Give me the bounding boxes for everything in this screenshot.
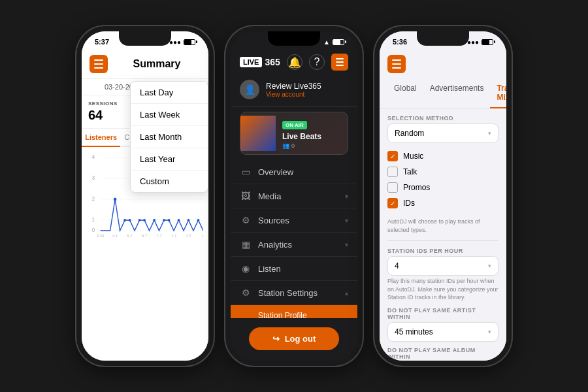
hamburger-button-1[interactable] [90, 55, 108, 73]
logout-label: Log out [285, 334, 316, 344]
station-ids-value: 4 [395, 261, 399, 270]
phone1-header: Summary Last Day Last Week Last Month La… [82, 50, 208, 79]
svg-point-16 [163, 219, 165, 221]
nav-analytics-label: Analytics [258, 240, 338, 250]
ids-checkbox-row: ✓ IDs [387, 195, 498, 211]
hamburger-line [94, 67, 103, 69]
media-chevron-icon: ▾ [345, 193, 348, 200]
tab-global[interactable]: Global [387, 78, 423, 108]
page-title-1: Summary [113, 58, 201, 70]
dropdown-menu: Last Day Last Week Last Month Last Year … [130, 81, 208, 193]
nav-media[interactable]: 🖼 Media ▾ [231, 184, 357, 208]
station-ids-select[interactable]: 4 ▾ [387, 256, 498, 276]
station-ids-label: STATION IDS PER HOUR [387, 248, 498, 254]
listen-icon: ◉ [240, 263, 252, 274]
svg-text:7-7: 7-7 [156, 234, 161, 237]
svg-text:7-7: 7-7 [186, 234, 191, 237]
battery-icon-2 [333, 39, 344, 45]
dropdown-custom[interactable]: Custom [131, 171, 208, 192]
no-same-artist-label: DO NOT PLAY SAME ARTIST WITHIN [387, 307, 498, 320]
hamburger-button-3[interactable] [387, 55, 406, 73]
account-row: 👤 Review Live365 View account [231, 76, 357, 106]
nav-station-profile[interactable]: Station Profile [231, 305, 357, 318]
logo-365-text: 365 [265, 57, 280, 67]
svg-text:5-7: 5-7 [127, 234, 133, 237]
station-info: ON AIR Live Beats 👥 0 [276, 112, 348, 154]
account-avatar: 👤 [240, 80, 259, 99]
nav-station-settings[interactable]: ⚙ Station Settings ▴ [231, 281, 357, 305]
phone1-body: Summary Last Day Last Week Last Month La… [82, 50, 208, 361]
svg-point-13 [139, 219, 141, 221]
nav-analytics[interactable]: ▦ Analytics ▾ [231, 233, 357, 257]
hamburger-line [94, 59, 103, 61]
phone-3: 5:36 ▲ ●●● Global Advertisements Track M… [374, 26, 512, 366]
analytics-chevron-icon: ▾ [345, 241, 348, 248]
notch-2 [268, 31, 320, 46]
status-icons-2: ▲ [323, 39, 344, 46]
nav-overview[interactable]: ▭ Overview [231, 160, 357, 184]
menu-button-2[interactable] [331, 54, 348, 71]
help-icon-btn[interactable]: ? [309, 54, 325, 70]
tab-advertisements[interactable]: Advertisements [423, 78, 491, 108]
no-same-artist-value: 45 minutes [395, 327, 433, 336]
ids-check-icon: ✓ [390, 200, 395, 207]
talk-checkbox[interactable] [387, 167, 398, 177]
dropdown-last-month[interactable]: Last Month [131, 126, 208, 148]
svg-text:0: 0 [91, 227, 95, 233]
notch-3 [417, 31, 469, 46]
svg-text:3: 3 [91, 174, 95, 181]
dropdown-last-week[interactable]: Last Week [131, 104, 208, 126]
signal-icon: ●●● [169, 39, 181, 46]
no-same-artist-select[interactable]: 45 minutes ▾ [387, 322, 498, 342]
nav-sources[interactable]: ⚙ Sources ▾ [231, 208, 357, 233]
logout-button[interactable]: ↪ Log out [249, 327, 339, 350]
station-profile-label: Station Profile [258, 311, 307, 318]
tab-track-mix[interactable]: Track Mix [490, 78, 506, 108]
nav-listen[interactable]: ◉ Listen [231, 257, 357, 281]
dropdown-last-day[interactable]: Last Day [131, 82, 208, 104]
phone2-topbar: LIVE 365 🔔 ? [231, 50, 357, 76]
phone-2: 5:37 ▲ LIVE 365 🔔 ? 👤 [225, 26, 363, 366]
svg-point-11 [123, 219, 126, 221]
station-ids-group: STATION IDS PER HOUR 4 ▾ Play this many … [387, 248, 498, 302]
hamburger-line [392, 67, 401, 69]
selection-method-value: Random [395, 129, 424, 138]
tab-listeners[interactable]: Listeners [82, 129, 120, 147]
bell-icon-btn[interactable]: 🔔 [287, 54, 302, 70]
no-same-artist-chevron-icon: ▾ [488, 329, 491, 335]
talk-label: Talk [403, 167, 417, 176]
promos-checkbox-row: Promos [387, 180, 498, 195]
station-card[interactable]: ON AIR Live Beats 👥 0 [240, 112, 348, 155]
ids-checkbox[interactable]: ✓ [387, 198, 398, 208]
music-checkbox[interactable]: ✓ [387, 151, 398, 161]
nav-overview-label: Overview [258, 167, 348, 177]
p2-icon-group: 🔔 ? [287, 54, 348, 71]
music-label: Music [403, 152, 423, 161]
menu-line [336, 65, 344, 66]
battery-icon [184, 39, 195, 45]
selection-method-select[interactable]: Random ▾ [387, 123, 498, 143]
station-ids-chevron-icon: ▾ [488, 263, 491, 269]
hamburger-line [392, 59, 401, 61]
listeners-badge: 👥 0 [282, 142, 341, 149]
logout-section: ↪ Log out [231, 318, 357, 361]
settings-chevron-icon: ▴ [345, 289, 348, 297]
analytics-icon: ▦ [240, 239, 252, 250]
promos-checkbox[interactable] [387, 182, 398, 193]
account-name: Review Live365 [266, 82, 321, 91]
sources-chevron-icon: ▾ [345, 217, 348, 224]
check-icon: ✓ [390, 153, 395, 160]
svg-point-15 [153, 219, 155, 221]
svg-text:2: 2 [91, 195, 95, 202]
status-time-1: 5:37 [95, 38, 109, 46]
nav-listen-label: Listen [258, 264, 348, 274]
station-name: Live Beats [282, 132, 341, 141]
hamburger-line [392, 63, 401, 65]
svg-text:4-1: 4-1 [112, 234, 118, 237]
listeners-icon: 👥 [282, 142, 289, 149]
account-sub[interactable]: View account [266, 91, 321, 98]
settings-icon: ⚙ [240, 287, 252, 298]
ids-label: IDs [403, 199, 415, 208]
dropdown-last-year[interactable]: Last Year [131, 148, 208, 171]
svg-text:3-24: 3-24 [97, 234, 105, 237]
